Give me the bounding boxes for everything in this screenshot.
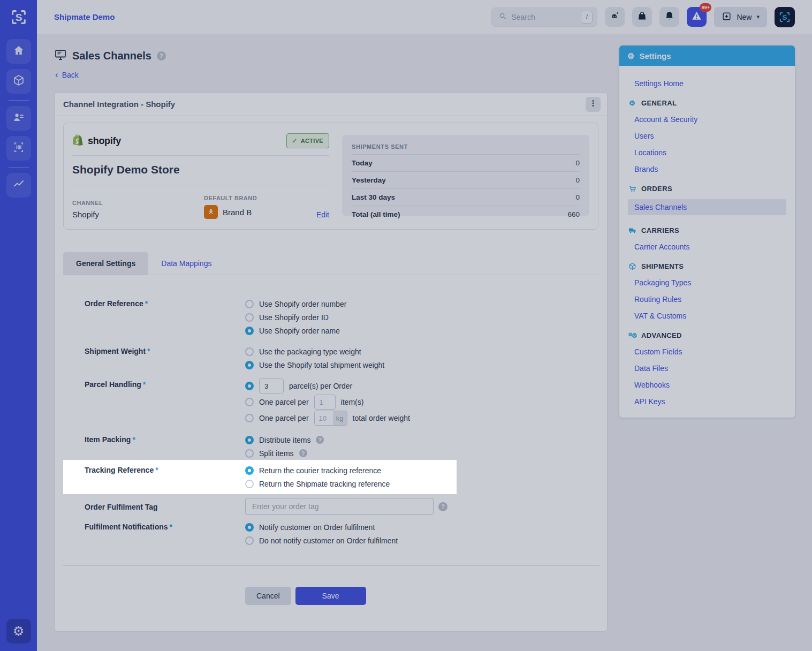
panel-menu-button[interactable]: [586, 97, 601, 112]
stat-row: Total (all time)660: [352, 206, 580, 223]
store-button[interactable]: [632, 7, 652, 27]
required-asterisk: *: [145, 299, 148, 308]
radio-label: Use the packaging type weight: [259, 347, 361, 356]
edit-brand-link[interactable]: Edit: [316, 210, 329, 219]
option-suffix: total order weight: [353, 414, 410, 422]
trend-chart-icon: [12, 178, 25, 193]
page-title: Sales Channels: [72, 50, 151, 62]
settings-link-data-files[interactable]: Data Files: [634, 364, 786, 373]
gears-icon: ⚙⚙: [628, 332, 636, 339]
stat-row: Today0: [352, 154, 580, 171]
sidebar-home-button[interactable]: [6, 39, 31, 64]
radio-distribute-items[interactable]: [245, 436, 254, 444]
order-fulfilment-tag-row: Order Fulfilment Tag ?: [85, 498, 598, 515]
radio-packaging-weight[interactable]: [245, 347, 254, 356]
radio-label: Distribute items: [259, 436, 310, 444]
notifications-button[interactable]: [659, 7, 679, 27]
shopify-logo: shopify: [72, 134, 121, 148]
radio-notify-customer[interactable]: [245, 523, 254, 532]
settings-link-users[interactable]: Users: [634, 132, 786, 140]
radio-split-items[interactable]: [245, 449, 254, 458]
section-title: ADVANCED: [641, 331, 682, 339]
settings-link-sales-channels[interactable]: Sales Channels: [628, 199, 786, 215]
settings-link-brands[interactable]: Brands: [634, 165, 786, 173]
section-title: CARRIERS: [641, 226, 679, 234]
radio-parcels-per-order[interactable]: [245, 382, 254, 390]
tab-data-mappings[interactable]: Data Mappings: [148, 252, 224, 275]
help-icon[interactable]: ?: [316, 436, 324, 444]
settings-section-shipments: SHIPMENTS Packaging Types Routing Rules …: [628, 262, 786, 320]
default-brand-label: DEFAULT BRAND: [204, 195, 300, 201]
search-shortcut-key: /: [581, 11, 593, 24]
radio-order-id[interactable]: [245, 313, 254, 322]
help-icon[interactable]: ?: [299, 449, 307, 457]
save-button[interactable]: Save: [295, 587, 366, 605]
radio-do-not-notify[interactable]: [245, 536, 254, 545]
default-brand-value: Brand B: [223, 208, 252, 217]
order-reference-row: Order Reference* Use Shopify order numbe…: [85, 297, 598, 337]
check-icon: ✓: [292, 137, 298, 145]
section-title: ORDERS: [641, 185, 672, 193]
contact-list-icon: [12, 111, 25, 126]
sidebar-divider: [9, 100, 29, 101]
settings-link-custom-fields[interactable]: Custom Fields: [634, 347, 786, 356]
radio-courier-tracking[interactable]: [245, 466, 254, 475]
settings-home-link[interactable]: Settings Home: [634, 79, 786, 88]
new-button[interactable]: New ▾: [714, 7, 767, 27]
gear-icon: ⚙: [628, 99, 636, 107]
settings-link-locations[interactable]: Locations: [634, 148, 786, 157]
settings-section-carriers: CARRIERS Carrier Accounts: [628, 226, 786, 251]
radio-parcel-per-weight[interactable]: [245, 414, 254, 422]
status-badge: ✓ ACTIVE: [286, 133, 330, 148]
gear-icon: ⚙: [627, 52, 634, 60]
search-input[interactable]: Search /: [491, 7, 597, 27]
tab-general-settings[interactable]: General Settings: [63, 252, 148, 275]
order-reference-label: Order Reference: [85, 299, 143, 308]
items-per-parcel-input[interactable]: [314, 395, 336, 410]
order-tag-input[interactable]: [245, 498, 434, 515]
panel-title: Channel Integration - Shopify: [63, 100, 175, 109]
settings-link-carrier-accounts[interactable]: Carrier Accounts: [634, 243, 786, 251]
parcels-per-order-input[interactable]: [259, 379, 284, 393]
sidebar-shipments-button[interactable]: [6, 69, 31, 94]
settings-link-webhooks[interactable]: Webhooks: [634, 381, 786, 389]
settings-link-account-security[interactable]: Account & Security: [634, 115, 786, 124]
alerts-button[interactable]: 99+: [687, 7, 707, 27]
user-avatar[interactable]: S: [775, 7, 795, 27]
package-icon: [12, 74, 25, 89]
shipment-weight-row: Shipment Weight* Use the packaging type …: [85, 345, 598, 372]
radio-parcel-per-items[interactable]: [245, 398, 254, 406]
radio-order-name[interactable]: [245, 327, 254, 335]
svg-text:S: S: [782, 13, 787, 21]
radio-label: Use Shopify order number: [259, 300, 346, 308]
warning-triangle-icon: [691, 10, 702, 24]
parcel-handling-label: Parcel Handling: [85, 380, 141, 389]
app-title[interactable]: Shipmate Demo: [54, 12, 115, 21]
monitor-icon: [54, 48, 67, 63]
settings-link-routing-rules[interactable]: Routing Rules: [634, 295, 786, 304]
fulfilment-notifications-row: Fulfilment Notifications* Notify custome…: [85, 520, 598, 547]
barcode-scan-icon: [12, 141, 25, 156]
sidebar-settings-button[interactable]: ⚙: [6, 619, 31, 644]
cancel-button[interactable]: Cancel: [245, 587, 291, 605]
sidebar-barcode-button[interactable]: [6, 136, 31, 161]
section-title: SHIPMENTS: [641, 262, 684, 270]
required-asterisk: *: [170, 523, 172, 531]
sidebar-analytics-button[interactable]: [6, 173, 31, 198]
radio-shipmate-tracking[interactable]: [245, 480, 254, 488]
sidebar-contacts-button[interactable]: [6, 106, 31, 131]
help-icon[interactable]: ?: [157, 51, 166, 60]
settings-link-packaging-types[interactable]: Packaging Types: [634, 278, 786, 287]
cart-icon: [628, 185, 636, 193]
settings-link-api-keys[interactable]: API Keys: [634, 397, 786, 406]
settings-link-vat-customs[interactable]: VAT & Customs: [634, 312, 786, 320]
settings-side-panel: ⚙ Settings Settings Home ⚙GENERAL Accoun…: [619, 46, 795, 418]
help-icon[interactable]: ?: [438, 502, 447, 511]
radio-order-number[interactable]: [245, 300, 254, 308]
back-link[interactable]: ‹ Back: [55, 71, 79, 79]
weight-per-parcel-input[interactable]: [315, 411, 333, 425]
radio-total-weight[interactable]: [245, 361, 254, 369]
form-divider: [63, 565, 599, 566]
required-asterisk: *: [143, 380, 146, 389]
ai-assistant-button[interactable]: [605, 7, 625, 27]
